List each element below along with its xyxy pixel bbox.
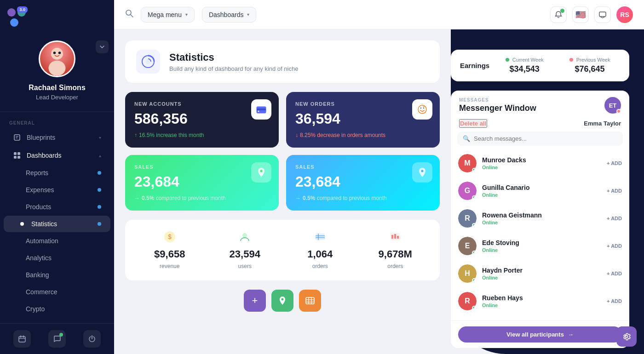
earnings-label: Earnings (460, 62, 489, 69)
right-content: Earnings Current Week $34,543 Previo (451, 29, 644, 354)
orders-icon (314, 231, 326, 246)
contact-rueben[interactable]: R Rueben Hays Online + ADD (451, 287, 629, 315)
messenger-header-text: MESSAGES Messenger Window (459, 97, 536, 113)
sidebar-item-reports[interactable]: Reports (4, 165, 110, 181)
delete-all-button[interactable]: Delete all (459, 119, 487, 128)
chat-notification-dot (59, 333, 63, 337)
rueben-status: Online (482, 303, 601, 308)
rowena-add-button[interactable]: + ADD (607, 216, 622, 221)
messenger-actions: Delete all Emma Taylor (451, 117, 629, 131)
rowena-avatar: R (458, 209, 477, 228)
sidebar-logo: 3.0 (0, 0, 114, 31)
contact-ede[interactable]: E Ede Stoving Online + ADD (451, 232, 629, 260)
search-messages-input[interactable] (474, 135, 617, 142)
sidebar-item-expenses[interactable]: Expenses (4, 182, 110, 198)
dashboards-dropdown-button[interactable]: Dashboards ▾ (202, 7, 257, 23)
munroe-add-button[interactable]: + ADD (607, 160, 622, 166)
topbar: Mega menu ▾ Dashboards ▾ 🇺🇸 RS (114, 0, 644, 29)
sidebar-item-products[interactable]: Products (4, 199, 110, 215)
messages-icon-button[interactable] (594, 6, 611, 23)
rueben-online-dot (472, 306, 477, 310)
svg-rect-5 (14, 135, 20, 140)
gunilla-info: Gunilla Canario Online (482, 184, 601, 198)
gunilla-add-button[interactable]: + ADD (607, 188, 622, 194)
power-button[interactable] (83, 330, 101, 348)
svg-rect-36 (397, 236, 399, 239)
svg-rect-35 (394, 234, 396, 239)
svg-rect-11 (17, 156, 20, 159)
contact-haydn[interactable]: H Haydn Porter Online + ADD (451, 260, 629, 287)
svg-point-4 (58, 51, 61, 54)
stats-header-text: Statistics Build any kind of dashboard f… (169, 51, 298, 72)
messenger-header: MESSAGES Messenger Window ET (451, 91, 629, 117)
current-week-dot (506, 58, 509, 62)
sidebar-item-blueprints[interactable]: Blueprints ▾ (4, 129, 110, 146)
automation-label: Automation (26, 237, 58, 245)
earnings-section: Earnings Current Week $34,543 Previo (451, 29, 644, 81)
current-week: Current Week $34,543 (494, 57, 555, 74)
analytics-label: Analytics (26, 254, 52, 262)
search-icon[interactable] (125, 9, 133, 20)
munroe-online-dot (472, 168, 477, 172)
ede-add-button[interactable]: + ADD (607, 243, 622, 249)
location-action-button[interactable] (271, 290, 293, 312)
messenger-panel: MESSAGES Messenger Window ET Delete all … (451, 91, 629, 348)
svg-point-23 (258, 111, 259, 112)
view-all-participants-button[interactable]: View all participants → (458, 326, 622, 343)
stat-card-new-accounts: NEW ACCOUNTS 586,356 ↑ 16.5% increase th… (125, 92, 279, 148)
messenger-title: Messenger Window (459, 103, 536, 113)
messenger-search[interactable]: 🔍 (457, 131, 623, 146)
flag-icon[interactable]: 🇺🇸 (572, 6, 589, 23)
statistics-badge (98, 222, 101, 226)
new-accounts-icon (251, 99, 271, 120)
calendar-button[interactable] (13, 330, 31, 348)
new-orders-icon (412, 99, 432, 120)
sidebar-item-statistics[interactable]: Statistics (4, 216, 110, 232)
messenger-section: MESSAGES Messenger Window ET Delete all … (451, 81, 644, 354)
sidebar-item-finance[interactable]: Finance (4, 318, 110, 323)
previous-week-label: Previous Week (569, 57, 610, 63)
users-icon (239, 231, 251, 246)
mega-menu-chevron: ▾ (185, 12, 188, 17)
users-value: 23,594 (230, 248, 260, 260)
haydn-add-button[interactable]: + ADD (607, 271, 622, 276)
table-action-button[interactable] (299, 290, 321, 312)
topbar-right: 🇺🇸 RS (550, 6, 633, 23)
reports-label: Reports (26, 169, 48, 177)
sales-blue-value: 23,684 (295, 173, 431, 190)
sidebar-item-commerce[interactable]: Commerce (4, 284, 110, 300)
profile-role: Lead Developer (36, 94, 78, 101)
search-messages-icon: 🔍 (463, 135, 470, 142)
user-avatar-top[interactable]: RS (616, 6, 633, 23)
notification-dot (560, 9, 564, 13)
contact-munroe[interactable]: M Munroe Dacks Online + ADD (451, 149, 629, 177)
rueben-add-button[interactable]: + ADD (607, 298, 622, 304)
contact-rowena[interactable]: R Rowena Geistmann Online + ADD (451, 205, 629, 232)
sidebar-item-crypto[interactable]: Crypto (4, 301, 110, 317)
sidebar-item-automation[interactable]: Automation (4, 233, 110, 249)
chat-button[interactable] (48, 330, 66, 348)
svg-rect-18 (599, 12, 606, 17)
stats-title: Statistics (169, 51, 298, 63)
previous-week-value: $76,645 (575, 64, 605, 74)
profile-toggle-button[interactable] (96, 40, 109, 53)
sidebar-item-analytics[interactable]: Analytics (4, 250, 110, 266)
dashboards-dropdown-chevron: ▾ (247, 12, 249, 17)
chevron-up-icon: ▴ (99, 153, 101, 158)
contact-gunilla[interactable]: G Gunilla Canario Online + ADD (451, 177, 629, 205)
messenger-avatar-initials: ET (609, 102, 617, 109)
rowena-status: Online (482, 220, 601, 225)
new-orders-value: 36,594 (295, 110, 431, 127)
crypto-label: Crypto (26, 305, 45, 313)
general-label: GENERAL (0, 112, 114, 128)
settings-fab-button[interactable] (616, 326, 637, 347)
add-action-button[interactable]: + (244, 290, 266, 312)
content-area: Statistics Build any kind of dashboard f… (114, 29, 644, 354)
new-accounts-trend: ↑ 16.5% increase this month (134, 132, 270, 138)
mega-menu-button[interactable]: Mega menu ▾ (141, 7, 195, 23)
stats-subtitle: Build any kind of dashboard for any kind… (169, 65, 298, 72)
notification-bell-button[interactable] (550, 6, 567, 23)
sidebar-item-banking[interactable]: Banking (4, 267, 110, 283)
sales-green-label: SALES (134, 164, 270, 170)
sidebar-item-dashboards[interactable]: Dashboards ▴ (4, 147, 110, 164)
